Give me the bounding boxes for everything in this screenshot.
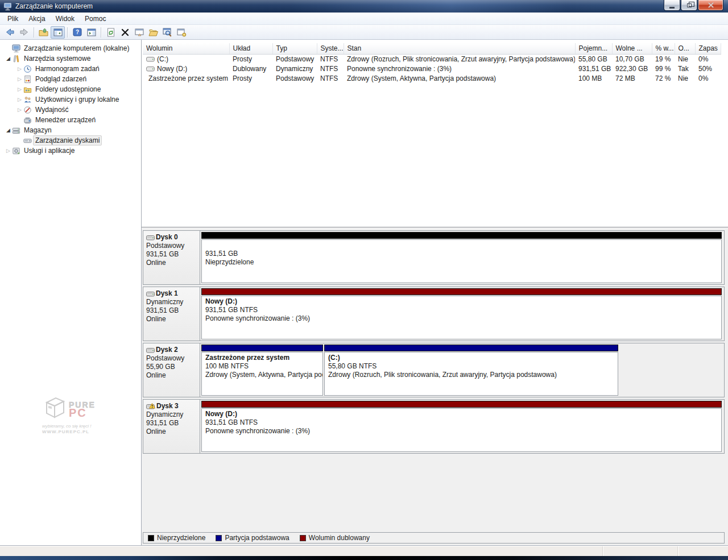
disk-0-graph: 931,51 GB Nieprzydzielone bbox=[200, 231, 724, 284]
tree-item-task-scheduler[interactable]: ▷ Harmonogram zadań bbox=[0, 64, 141, 74]
menu-pomoc[interactable]: Pomoc bbox=[80, 13, 111, 24]
watermark-tagline: wybieramy, co się kręci ! bbox=[42, 424, 127, 429]
partition-info-box[interactable]: Zastrzeżone przez system 100 MB NTFS Zdr… bbox=[201, 352, 323, 396]
partition-mirrored-d[interactable]: Nowy (D:) 931,51 GB NTFS Ponowne synchro… bbox=[201, 288, 722, 339]
computer-management-window: Zarządzanie komputerem Plik Akcja Widok … bbox=[0, 0, 728, 560]
svg-text:?: ? bbox=[75, 29, 78, 35]
volume-icon bbox=[146, 66, 155, 72]
col-pojemnosc[interactable]: Pojemn... bbox=[575, 43, 612, 55]
col-zapas[interactable]: Zapas bbox=[695, 43, 721, 55]
snapin-gear-icon bbox=[177, 28, 187, 37]
manage-snapin-button[interactable] bbox=[175, 26, 189, 39]
expander-icon[interactable]: ▷ bbox=[16, 105, 23, 115]
tree-item-performance[interactable]: ▷ Wydajność bbox=[0, 105, 141, 115]
col-typ[interactable]: Typ bbox=[272, 43, 317, 55]
open-button[interactable] bbox=[146, 26, 160, 39]
tree-item-services-applications[interactable]: ▷ Usługi i aplikacje bbox=[0, 146, 141, 156]
expander-icon[interactable]: ▷ bbox=[16, 94, 23, 105]
find-button[interactable] bbox=[160, 26, 175, 39]
tree-item-local-users-groups[interactable]: ▷ Użytkownicy i grupy lokalne bbox=[0, 94, 141, 105]
properties-button[interactable] bbox=[132, 26, 146, 39]
tree-item-computer-management[interactable]: Zarządzanie komputerem (lokalne) bbox=[0, 43, 141, 53]
volume-name: Zastrzeżone przez system bbox=[148, 74, 228, 82]
partition-system-reserved[interactable]: Zastrzeżone przez system 100 MB NTFS Zdr… bbox=[201, 345, 323, 396]
menu-widok[interactable]: Widok bbox=[51, 13, 80, 24]
partition-info-box[interactable]: Nowy (D:) 931,51 GB NTFS Ponowne synchro… bbox=[201, 408, 722, 452]
disk-name: Dysk 1 bbox=[156, 289, 178, 298]
disk-status: Online bbox=[146, 315, 198, 323]
partition-c[interactable]: (C:) 55,80 GB NTFS Zdrowy (Rozruch, Plik… bbox=[324, 345, 618, 396]
legend-mirrored-volume: Wolumin dublowany bbox=[300, 534, 370, 542]
volume-row-d[interactable]: Nowy (D:) Dublowany Dynamiczny NTFS Pono… bbox=[143, 64, 721, 74]
tree-item-system-tools[interactable]: ◢ Narzędzia systemowe bbox=[0, 53, 141, 64]
col-odpornosc[interactable]: O... bbox=[675, 43, 695, 55]
close-button[interactable] bbox=[698, 0, 723, 11]
partition-mirrored-d[interactable]: Nowy (D:) 931,51 GB NTFS Ponowne synchro… bbox=[201, 401, 722, 452]
restore-button[interactable] bbox=[681, 0, 697, 11]
titlebar[interactable]: Zarządzanie komputerem bbox=[0, 0, 728, 13]
disk-size: 931,51 GB bbox=[146, 250, 198, 259]
expander-icon[interactable]: ▷ bbox=[16, 84, 23, 94]
partition-info-box[interactable]: Nowy (D:) 931,51 GB NTFS Ponowne synchro… bbox=[201, 296, 722, 339]
properties-icon bbox=[135, 28, 144, 36]
disk-size: 931,51 GB bbox=[146, 306, 198, 315]
disk-2-label[interactable]: Dysk 2 Podstawowy 55,90 GB Online bbox=[143, 343, 200, 397]
volume-row-system-reserved[interactable]: Zastrzeżone przez system Prosty Podstawo… bbox=[143, 74, 721, 84]
console-tree-icon bbox=[53, 28, 63, 36]
purepc-watermark: PURE PC wybieramy, co się kręci ! WWW.PU… bbox=[42, 396, 127, 434]
col-procent-wolnych[interactable]: % w... bbox=[652, 43, 675, 55]
tree-item-event-viewer[interactable]: ▷ Podgląd zdarzeń bbox=[0, 74, 141, 84]
legend-unallocated: Nieprzydzielone bbox=[148, 534, 205, 542]
menu-akcja[interactable]: Akcja bbox=[23, 13, 50, 24]
partition-info-box[interactable]: 931,51 GB Nieprzydzielone bbox=[201, 239, 722, 283]
event-viewer-icon bbox=[23, 75, 33, 84]
partition-color-bar bbox=[201, 288, 722, 295]
delete-icon bbox=[121, 28, 129, 36]
show-console-tree-button[interactable] bbox=[51, 26, 65, 39]
window-bottom-edge bbox=[0, 556, 728, 560]
shared-folders-icon bbox=[23, 85, 33, 94]
disk-type: Dynamiczny bbox=[146, 410, 198, 419]
tree-item-device-manager[interactable]: Menedżer urządzeń bbox=[0, 115, 141, 125]
forward-button[interactable] bbox=[17, 26, 31, 39]
toolbar-separator bbox=[67, 27, 68, 38]
volume-icon bbox=[146, 56, 155, 62]
menu-plik[interactable]: Plik bbox=[2, 13, 23, 24]
tree-label: Magazyn bbox=[22, 125, 54, 135]
col-system[interactable]: Syste... bbox=[317, 43, 344, 55]
disk-0-label[interactable]: Dysk 0 Podstawowy 931,51 GB Online bbox=[143, 231, 200, 284]
refresh-button[interactable] bbox=[104, 26, 118, 39]
disk-3-label[interactable]: Dysk 3 Dynamiczny 931,51 GB Online bbox=[143, 400, 200, 453]
expander-icon[interactable]: ▷ bbox=[5, 146, 12, 156]
status-pane bbox=[678, 546, 728, 556]
tree-item-storage[interactable]: ◢ Magazyn bbox=[0, 125, 141, 135]
partition-color-bar bbox=[201, 401, 722, 408]
tree-item-shared-folders[interactable]: ▷ Foldery udostępnione bbox=[0, 84, 141, 94]
tree-item-disk-management[interactable]: Zarządzanie dyskami bbox=[0, 135, 141, 146]
col-uklad[interactable]: Układ bbox=[229, 43, 272, 55]
volume-row-c[interactable]: (C:) Prosty Podstawowy NTFS Zdrowy (Rozr… bbox=[143, 55, 721, 65]
back-button[interactable] bbox=[3, 26, 17, 39]
minimize-button[interactable] bbox=[664, 0, 680, 11]
computer-icon bbox=[12, 44, 22, 53]
expander-icon[interactable]: ▷ bbox=[16, 64, 23, 74]
delete-button[interactable] bbox=[118, 26, 132, 39]
up-level-button[interactable] bbox=[36, 26, 51, 39]
show-action-pane-button[interactable] bbox=[84, 26, 98, 39]
partition-info-box[interactable]: (C:) 55,80 GB NTFS Zdrowy (Rozruch, Plik… bbox=[324, 352, 618, 396]
expander-icon[interactable]: ◢ bbox=[5, 125, 12, 135]
disk-warning-icon bbox=[146, 403, 155, 409]
col-wolne[interactable]: Wolne ... bbox=[612, 43, 652, 55]
expander-icon[interactable]: ◢ bbox=[5, 53, 12, 64]
disk-1-label[interactable]: Dysk 1 Dynamiczny 931,51 GB Online bbox=[143, 287, 200, 341]
disk-graph-pane: Dysk 0 Podstawowy 931,51 GB Online 931,5… bbox=[142, 227, 728, 545]
partition-unallocated[interactable]: 931,51 GB Nieprzydzielone bbox=[201, 232, 722, 283]
disk-row-0: Dysk 0 Podstawowy 931,51 GB Online 931,5… bbox=[143, 230, 725, 285]
disk-row-1: Dysk 1 Dynamiczny 931,51 GB Online Nowy … bbox=[143, 287, 725, 341]
help-button[interactable]: ? bbox=[70, 26, 84, 39]
disk-type: Podstawowy bbox=[146, 354, 198, 363]
col-stan[interactable]: Stan bbox=[344, 43, 575, 55]
expander-icon[interactable]: ▷ bbox=[16, 74, 23, 84]
col-wolumin[interactable]: Wolumin bbox=[143, 43, 229, 55]
minimize-icon bbox=[669, 7, 675, 9]
